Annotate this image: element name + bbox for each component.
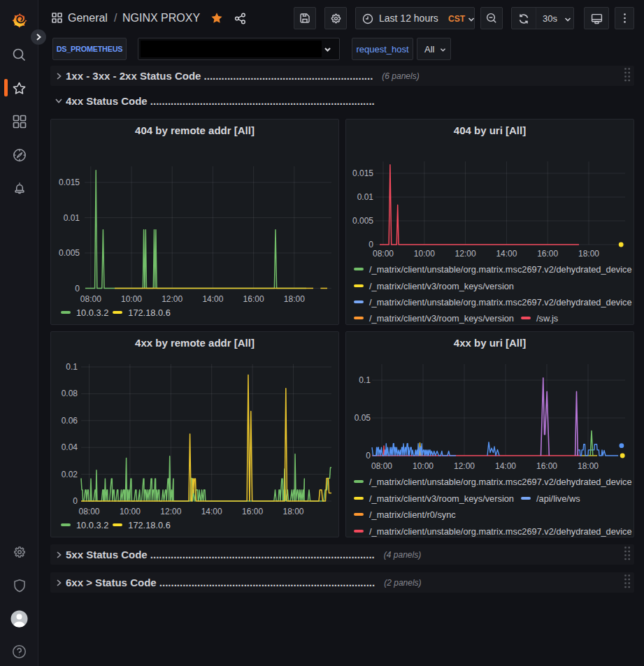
svg-text:18:00: 18:00 [578,461,599,471]
svg-text:14:00: 14:00 [496,249,517,259]
svg-text:08:00: 08:00 [373,249,394,259]
svg-text:10:00: 10:00 [413,461,434,471]
svg-text:0.04: 0.04 [62,442,78,452]
svg-text:08:00: 08:00 [78,507,99,516]
svg-text:14:00: 14:00 [202,294,223,304]
svg-text:0.01: 0.01 [64,213,80,223]
svg-text:08:00: 08:00 [80,294,101,304]
svg-text:10:00: 10:00 [121,294,142,304]
svg-text:18:00: 18:00 [284,294,305,304]
svg-text:16:00: 16:00 [536,461,557,471]
svg-text:12:00: 12:00 [454,461,475,471]
svg-text:16:00: 16:00 [243,294,264,304]
svg-text:0.02: 0.02 [62,470,78,479]
svg-text:0.015: 0.015 [59,178,80,187]
svg-text:12:00: 12:00 [455,249,476,259]
svg-text:08:00: 08:00 [371,461,392,471]
svg-text:0.08: 0.08 [62,389,78,398]
svg-text:0.1: 0.1 [66,362,78,372]
svg-text:0.01: 0.01 [357,192,374,202]
svg-text:18:00: 18:00 [282,507,303,516]
svg-text:0.05: 0.05 [355,413,371,423]
svg-text:10:00: 10:00 [120,507,141,516]
svg-text:0.015: 0.015 [352,168,373,178]
svg-text:12:00: 12:00 [160,507,181,516]
svg-text:0.005: 0.005 [352,216,373,226]
svg-text:0.06: 0.06 [62,416,78,426]
svg-text:14:00: 14:00 [201,507,222,516]
svg-text:0: 0 [368,240,373,249]
svg-text:0.1: 0.1 [359,375,371,385]
svg-text:0: 0 [75,284,80,294]
svg-text:10:00: 10:00 [414,249,435,259]
svg-text:0.005: 0.005 [59,248,80,258]
svg-text:16:00: 16:00 [537,249,558,259]
svg-text:0: 0 [366,451,371,461]
svg-text:14:00: 14:00 [495,461,516,471]
svg-text:12:00: 12:00 [162,294,183,304]
svg-text:18:00: 18:00 [578,249,599,259]
svg-text:16:00: 16:00 [242,507,263,516]
svg-text:0: 0 [73,496,78,506]
